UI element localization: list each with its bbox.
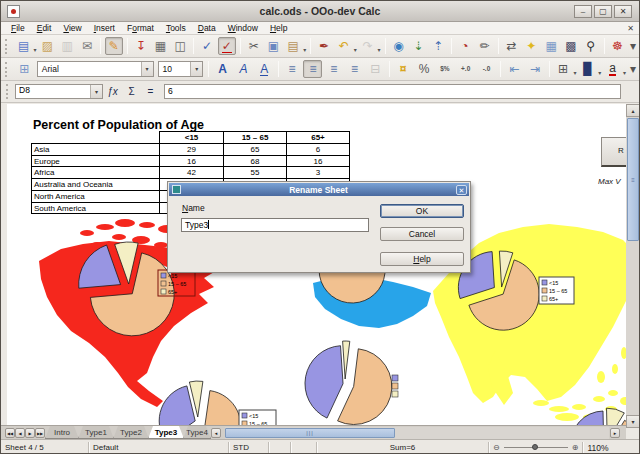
menu-file[interactable]: File <box>5 22 31 34</box>
borders-dropdown-icon[interactable]: ▾ <box>573 69 576 76</box>
gallery-button[interactable]: ▦ <box>542 37 560 55</box>
first-sheet-button[interactable]: ◀◀ <box>5 428 15 438</box>
redo-button[interactable]: ↷ <box>359 37 377 55</box>
name-box[interactable]: D8 ▾ <box>15 84 103 99</box>
undo-dropdown-icon[interactable]: ▾ <box>354 46 357 53</box>
font-name-dropdown-icon[interactable]: ▾ <box>141 62 153 76</box>
open-button[interactable]: ▨ <box>39 37 57 55</box>
underline-button[interactable]: A <box>255 60 274 78</box>
percent-button[interactable]: % <box>415 60 434 78</box>
dialog-title-bar[interactable]: Rename Sheet ✕ <box>169 183 469 196</box>
delete-decimal-button[interactable]: -.0 <box>477 60 496 78</box>
menu-data[interactable]: Data <box>192 22 222 34</box>
paste-dropdown-icon[interactable]: ▾ <box>303 46 306 53</box>
merge-cells-button[interactable]: ⊟ <box>366 60 385 78</box>
styles-window-button[interactable]: ⊞ <box>15 60 34 78</box>
navigator-button[interactable]: ✦ <box>522 37 540 55</box>
sheet-form-button[interactable]: R <box>601 137 626 167</box>
export-pdf-button[interactable]: ↧ <box>132 37 150 55</box>
toolbar-more-button[interactable]: ▾ <box>628 37 637 55</box>
font-color-button[interactable]: a <box>603 60 622 78</box>
row-label-cell[interactable]: South America <box>31 202 160 215</box>
menu-help[interactable]: Help <box>264 22 293 34</box>
last-sheet-button[interactable]: ▶▶ <box>35 428 45 438</box>
sheet-name-input[interactable]: Type3 <box>181 218 369 232</box>
redo-dropdown-icon[interactable]: ▾ <box>378 46 381 53</box>
page-preview-button[interactable]: ◫ <box>171 37 189 55</box>
save-button[interactable]: ▥ <box>58 37 76 55</box>
sum-button[interactable]: Σ <box>123 84 140 100</box>
zoom-in-icon[interactable]: ⊕ <box>572 443 579 452</box>
number-standard-button[interactable]: $% <box>435 60 454 78</box>
toolbar-more-button[interactable]: ▾ <box>628 60 638 78</box>
zoom-button[interactable]: ⚲ <box>582 37 600 55</box>
font-color-dropdown-icon[interactable]: ▾ <box>623 69 626 76</box>
vertical-scrollbar[interactable]: ▴ ≡ ▾ <box>626 104 640 428</box>
data-sources-button[interactable]: ▩ <box>562 37 580 55</box>
next-sheet-button[interactable]: ▶ <box>25 428 35 438</box>
hyperlink-button[interactable]: ◉ <box>390 37 408 55</box>
paste-button[interactable]: ▤ <box>284 37 302 55</box>
scroll-up-icon[interactable]: ▴ <box>626 104 640 117</box>
close-button[interactable]: ✕ <box>614 5 632 18</box>
print-button[interactable]: ▦ <box>152 37 170 55</box>
menu-edit[interactable]: Edit <box>31 22 58 34</box>
dialog-close-icon[interactable]: ✕ <box>456 185 467 195</box>
format-paintbrush-button[interactable]: ✒ <box>315 37 333 55</box>
equals-button[interactable]: = <box>142 84 159 100</box>
background-color-dropdown-icon[interactable]: ▾ <box>598 69 601 76</box>
bold-button[interactable]: A <box>213 60 232 78</box>
cut-button[interactable]: ✂ <box>245 37 263 55</box>
name-box-dropdown-icon[interactable]: ▾ <box>90 85 102 98</box>
justify-button[interactable]: ≡ <box>345 60 364 78</box>
decrease-indent-button[interactable]: ⇤ <box>505 60 524 78</box>
increase-indent-button[interactable]: ⇥ <box>526 60 545 78</box>
background-color-button[interactable]: ▉ <box>578 60 597 78</box>
vertical-scroll-thumb[interactable]: ≡ <box>627 118 639 241</box>
formula-input-line[interactable]: 6 <box>164 84 621 99</box>
zoom-out-icon[interactable]: ⊖ <box>493 443 500 452</box>
borders-button[interactable]: ⊞ <box>554 60 573 78</box>
horizontal-scroll-thumb[interactable]: ||| <box>225 428 395 438</box>
maximize-button[interactable]: ▢ <box>594 5 612 18</box>
sort-descending-button[interactable]: ⇡ <box>429 37 447 55</box>
document-as-email-button[interactable]: ✉ <box>78 37 96 55</box>
close-document-icon[interactable]: ✕ <box>627 24 634 33</box>
hscroll-right-icon[interactable]: ▸ <box>610 428 620 438</box>
align-right-button[interactable]: ≡ <box>324 60 343 78</box>
menu-window[interactable]: Window <box>222 22 264 34</box>
menu-insert[interactable]: Insert <box>88 22 121 34</box>
menu-format[interactable]: Format <box>121 22 160 34</box>
sheet-tab-type4[interactable]: Type4 <box>183 426 211 439</box>
help-button[interactable]: Help <box>380 252 464 266</box>
zoom-slider-knob[interactable] <box>532 444 538 450</box>
font-size-dropdown-icon[interactable]: ▾ <box>190 62 202 76</box>
font-size-combobox[interactable]: 10▾ <box>158 61 204 77</box>
help-button[interactable]: ☸ <box>609 37 627 55</box>
ok-button[interactable]: OK <box>380 204 464 218</box>
cancel-button[interactable]: Cancel <box>380 227 464 241</box>
sheet-tab-intro[interactable]: Intro <box>45 426 79 439</box>
minimize-button[interactable]: – <box>574 5 592 18</box>
hscroll-left-icon[interactable]: ◂ <box>211 428 221 438</box>
sort-ascending-button[interactable]: ⇣ <box>409 37 427 55</box>
draw-functions-button[interactable]: ✏ <box>476 37 494 55</box>
sheet-tab-type1[interactable]: Type1 <box>78 426 114 439</box>
menu-tools[interactable]: Tools <box>160 22 192 34</box>
insert-chart-button[interactable]: ◔ <box>456 37 474 55</box>
new-document-dropdown-icon[interactable]: ▾ <box>34 46 37 53</box>
italic-button[interactable]: A <box>234 60 253 78</box>
copy-button[interactable]: ▣ <box>265 37 283 55</box>
align-center-button[interactable]: ≡ <box>303 60 322 78</box>
add-decimal-button[interactable]: +.0 <box>456 60 475 78</box>
sheet-tab-type3[interactable]: Type3 <box>148 426 184 439</box>
spellcheck-button[interactable]: ✓ <box>198 37 216 55</box>
auto-spellcheck-button[interactable]: ✓ <box>218 37 236 55</box>
undo-button[interactable]: ↶ <box>335 37 353 55</box>
sheet-tab-type2[interactable]: Type2 <box>113 426 149 439</box>
scroll-down-icon[interactable]: ▾ <box>626 415 640 428</box>
previous-sheet-button[interactable]: ◀ <box>15 428 25 438</box>
new-document-button[interactable]: ▤ <box>15 37 33 55</box>
find-replace-button[interactable]: ⇄ <box>503 37 521 55</box>
horizontal-scrollbar[interactable]: ||| <box>225 427 609 439</box>
